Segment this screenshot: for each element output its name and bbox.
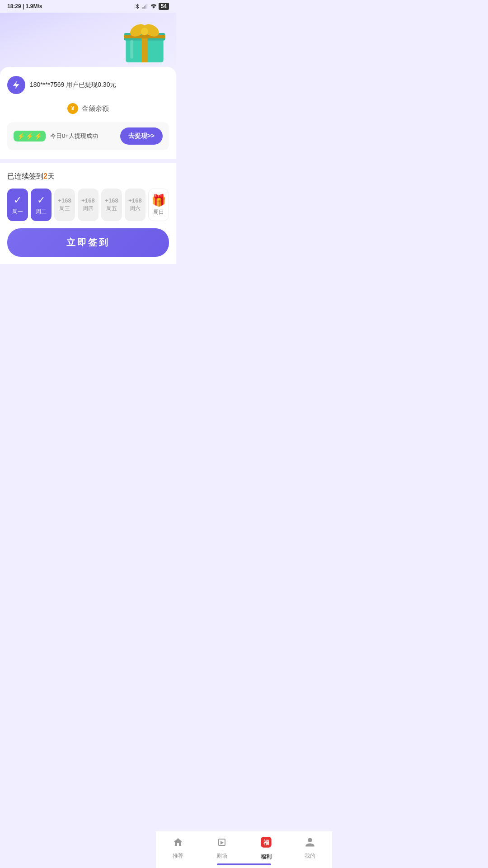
signin-title: 已连续签到2天 xyxy=(7,172,169,181)
wifi-icon xyxy=(150,3,157,9)
withdraw-button[interactable]: 去提现>> xyxy=(120,127,163,145)
lightning-3: ⚡ xyxy=(34,132,42,140)
svg-rect-3 xyxy=(146,4,147,9)
status-icons: 54 xyxy=(134,3,169,10)
check-icon: ✓ xyxy=(37,194,45,206)
day-card-mon: ✓周一 xyxy=(7,189,28,221)
day-card-sat: +168周六 xyxy=(125,189,145,221)
balance-row: ¥ 金额余额 xyxy=(7,103,169,114)
coin-icon: ¥ xyxy=(67,103,78,114)
lightning-badge: ⚡ ⚡ ⚡ xyxy=(14,131,46,142)
battery-indicator: 54 xyxy=(159,3,169,10)
check-icon: ✓ xyxy=(14,194,22,206)
lightning-2: ⚡ xyxy=(26,132,33,140)
day-card-wed: +168周三 xyxy=(54,189,75,221)
status-bar: 18:29 | 1.9M/s 54 xyxy=(0,0,176,13)
gift-emoji: 🎁 xyxy=(151,193,166,208)
withdraw-row: ⚡ ⚡ ⚡ 今日0+人提现成功 去提现>> xyxy=(7,122,169,150)
svg-rect-1 xyxy=(144,6,145,9)
notification-text: 180****7569 用户已提现0.30元 xyxy=(30,81,116,89)
day-card-tue: ✓周二 xyxy=(31,189,52,221)
signin-button[interactable]: 立即签到 xyxy=(7,228,169,257)
day-card-fri: +168周五 xyxy=(101,189,122,221)
notif-icon xyxy=(7,76,25,94)
status-time: 18:29 | 1.9M/s xyxy=(7,3,42,9)
notification-row: 180****7569 用户已提现0.30元 xyxy=(7,76,169,94)
signin-section: 已连续签到2天 ✓周一✓周二+168周三+168周四+168周五+168周六🎁周… xyxy=(7,172,169,264)
svg-point-10 xyxy=(141,28,149,35)
withdraw-today-text: 今日0+人提现成功 xyxy=(50,132,98,140)
withdraw-left: ⚡ ⚡ ⚡ 今日0+人提现成功 xyxy=(14,131,98,142)
lightning-notif-icon xyxy=(11,80,21,90)
day-card-sun: 🎁周日 xyxy=(148,189,169,221)
svg-rect-2 xyxy=(145,5,146,9)
svg-rect-0 xyxy=(142,7,143,9)
signal-icon xyxy=(142,3,149,9)
lightning-1: ⚡ xyxy=(17,132,25,140)
hero-section xyxy=(0,13,176,71)
bluetooth-icon xyxy=(134,3,141,9)
section-divider xyxy=(0,159,176,163)
bottom-spacer xyxy=(0,264,176,300)
gift-box-decoration xyxy=(122,17,167,62)
svg-rect-11 xyxy=(130,40,133,59)
day-card-thu: +168周四 xyxy=(78,189,99,221)
main-card: 180****7569 用户已提现0.30元 ¥ 金额余额 ⚡ ⚡ ⚡ 今日0+… xyxy=(0,67,176,264)
days-grid: ✓周一✓周二+168周三+168周四+168周五+168周六🎁周日 xyxy=(7,189,169,221)
balance-label: 金额余额 xyxy=(82,104,109,113)
svg-rect-7 xyxy=(124,35,165,38)
